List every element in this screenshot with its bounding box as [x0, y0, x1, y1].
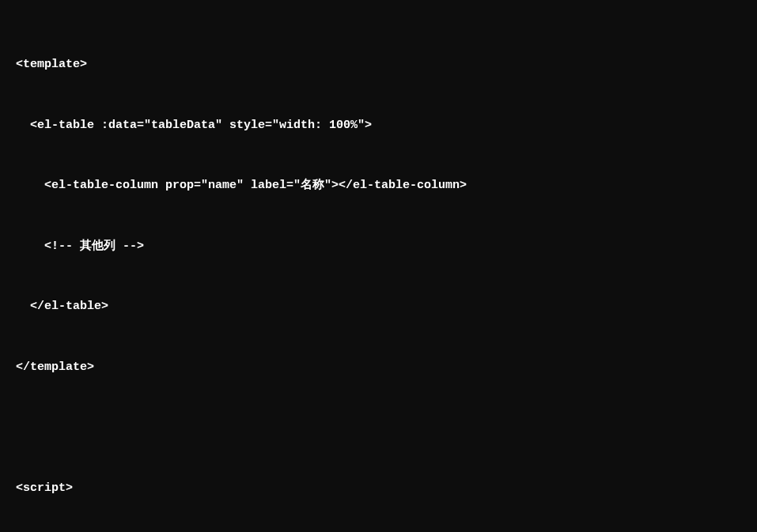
code-line: <el-table :data="tableData" style="width…	[16, 115, 741, 136]
code-line: <!-- 其他列 -->	[16, 236, 741, 257]
code-line: </el-table>	[16, 296, 741, 317]
code-block: <template> <el-table :data="tableData" s…	[16, 14, 741, 532]
code-line: <el-table-column prop="name" label="名称">…	[16, 175, 741, 196]
code-line: <template>	[16, 55, 741, 75]
code-line: </template>	[16, 357, 741, 378]
code-line: <script>	[16, 478, 741, 499]
code-line	[16, 417, 741, 438]
